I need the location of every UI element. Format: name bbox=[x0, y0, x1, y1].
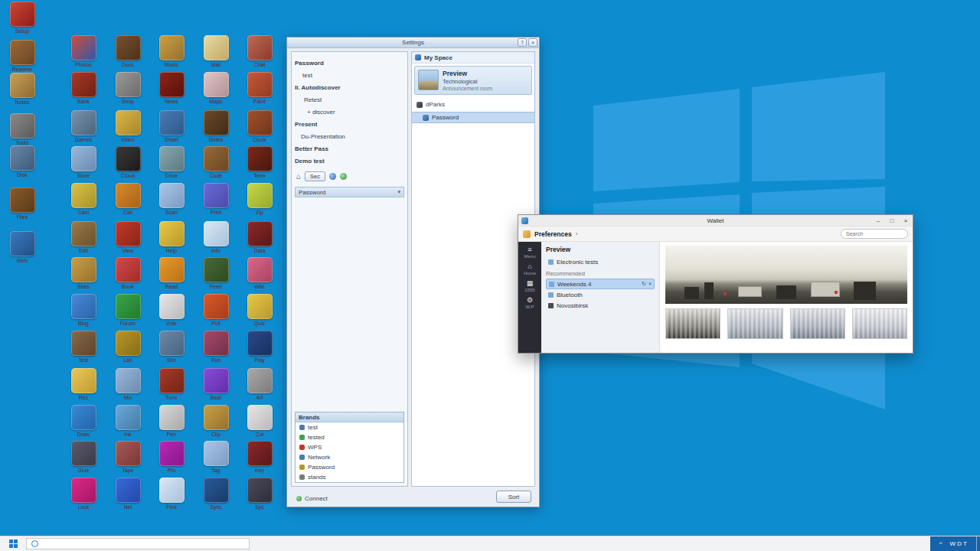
desktop-icon[interactable]: Drive bbox=[151, 146, 192, 179]
desktop-icon[interactable]: Run bbox=[195, 331, 237, 364]
desktop-icon[interactable]: Tools bbox=[2, 113, 43, 146]
taskbar-search-input[interactable] bbox=[42, 540, 244, 547]
start-button[interactable] bbox=[0, 536, 26, 551]
desktop-icon[interactable]: Sim bbox=[151, 331, 192, 364]
desktop-icon[interactable]: Read bbox=[151, 257, 192, 290]
desktop-icon[interactable]: Stats bbox=[63, 257, 104, 290]
photo-thumbnail[interactable] bbox=[727, 308, 782, 339]
dialog-option-line[interactable]: Better Pass bbox=[295, 144, 404, 156]
dialog-option-line[interactable]: Il. Autodiscover bbox=[295, 83, 404, 95]
desktop-icon[interactable]: Music bbox=[151, 35, 192, 68]
taskbar-search[interactable] bbox=[26, 538, 250, 549]
desktop-icon[interactable]: Setup bbox=[2, 2, 43, 34]
remove-icon[interactable]: × bbox=[648, 281, 652, 287]
desktop-icon[interactable]: Cloud bbox=[107, 146, 149, 179]
desktop-icon[interactable]: Clip bbox=[195, 405, 237, 438]
desktop-icon[interactable]: Bank bbox=[63, 72, 104, 105]
show-desktop-button[interactable] bbox=[976, 536, 980, 551]
desktop-icon[interactable]: Lock bbox=[63, 478, 104, 510]
desktop-icon[interactable]: View bbox=[107, 221, 149, 254]
nav-item-novosibirsk[interactable]: Novosibirsk bbox=[546, 300, 655, 311]
desktop-icon[interactable]: Draw bbox=[63, 405, 104, 438]
desktop-icon[interactable]: Forum bbox=[107, 294, 149, 327]
desktop-icon[interactable]: Shop bbox=[107, 72, 149, 105]
desktop-icon[interactable]: Video bbox=[107, 110, 149, 143]
desktop-icon[interactable]: Clock bbox=[239, 110, 280, 143]
tray-chevron-icon[interactable]: ^ bbox=[939, 540, 942, 547]
desktop-icon[interactable]: Find bbox=[151, 478, 192, 510]
close-button[interactable]: × bbox=[899, 215, 913, 226]
desktop-icon[interactable]: Net bbox=[107, 478, 149, 510]
photo-thumbnail[interactable] bbox=[790, 308, 845, 339]
group-list-item[interactable]: Network bbox=[296, 452, 403, 462]
desktop-icon[interactable]: Beat bbox=[195, 368, 237, 401]
sidebar-item-menu[interactable]: ≡Menu bbox=[518, 246, 541, 259]
desktop-icon[interactable]: Test bbox=[63, 331, 104, 364]
desktop-icon[interactable]: Sheet bbox=[151, 110, 192, 143]
selected-tree-item[interactable]: Password bbox=[412, 112, 534, 123]
photo-thumbnail[interactable] bbox=[665, 308, 720, 339]
desktop-icon[interactable]: Cam bbox=[63, 183, 104, 216]
desktop-icon[interactable]: Tape bbox=[107, 441, 149, 474]
dialog-option-line[interactable]: Demo test bbox=[295, 156, 404, 168]
desktop-icon[interactable]: Tag bbox=[195, 441, 237, 474]
desktop-icon[interactable]: Docs bbox=[107, 35, 149, 68]
sidebar-item-albums[interactable]: ▦1555 bbox=[518, 279, 541, 292]
sort-button[interactable]: Sort bbox=[496, 491, 531, 503]
desktop-icon[interactable]: Help bbox=[151, 221, 192, 254]
sec-button[interactable]: Sec bbox=[305, 171, 325, 181]
desktop-icon[interactable]: Poll bbox=[195, 294, 237, 327]
desktop-icon[interactable]: Readme bbox=[2, 40, 43, 73]
desktop-icon[interactable]: Pin bbox=[151, 441, 192, 474]
desktop-icon[interactable]: Book bbox=[107, 257, 149, 290]
desktop-icon[interactable]: Quiz bbox=[239, 294, 280, 327]
desktop-icon[interactable]: Games bbox=[63, 110, 104, 143]
desktop-icon[interactable]: Art bbox=[239, 368, 280, 401]
desktop-icon[interactable]: Zip bbox=[239, 183, 280, 216]
desktop-icon[interactable]: Sys bbox=[239, 478, 280, 510]
dialog-titlebar[interactable]: Settings ? × bbox=[287, 37, 539, 48]
sidebar-item-settings[interactable]: ⚙W.P bbox=[518, 296, 541, 309]
desktop-icon[interactable]: Notes bbox=[2, 73, 43, 106]
desktop-icon[interactable]: Scan bbox=[151, 183, 192, 216]
desktop-icon[interactable]: Key bbox=[239, 441, 280, 474]
group-list-item[interactable]: stands bbox=[296, 472, 403, 482]
group-list-item[interactable]: WPS bbox=[296, 442, 403, 452]
system-tray[interactable]: ^ W D T bbox=[930, 536, 976, 551]
desktop-icon[interactable]: Glue bbox=[63, 441, 104, 474]
desktop-icon[interactable]: Sync bbox=[195, 478, 237, 510]
desktop-icon[interactable]: Data bbox=[239, 221, 280, 254]
dialog-option-line[interactable]: Du-Presentation bbox=[295, 132, 404, 144]
desktop-icon[interactable]: Photos bbox=[63, 35, 104, 68]
dialog-option-line[interactable]: Present bbox=[295, 119, 404, 132]
desktop-icon[interactable]: Ink bbox=[107, 405, 149, 438]
preview-card[interactable]: Preview Technological Announcement room bbox=[414, 66, 532, 95]
desktop-icon[interactable]: Maps bbox=[195, 72, 237, 105]
tree-section-row[interactable]: dParks bbox=[412, 97, 534, 110]
explorer-titlebar[interactable]: Wallet – □ × bbox=[518, 215, 913, 227]
hero-photo[interactable] bbox=[665, 246, 907, 304]
desktop-icon[interactable]: Web bbox=[2, 231, 43, 264]
desktop-icon[interactable]: Call bbox=[107, 183, 149, 216]
desktop-icon[interactable]: Print bbox=[195, 183, 237, 216]
section-header-bar[interactable]: Password ▾ bbox=[295, 187, 404, 197]
desktop-icon[interactable]: Feed bbox=[195, 257, 237, 290]
desktop-icon[interactable]: News bbox=[151, 72, 192, 105]
nav-item-bluetooth[interactable]: Bluetooth bbox=[546, 289, 655, 300]
desktop-icon[interactable]: Code bbox=[195, 146, 237, 179]
desktop-icon[interactable]: Pen bbox=[151, 405, 192, 438]
group-list-item[interactable]: test bbox=[296, 422, 403, 432]
desktop-icon[interactable]: Mail bbox=[195, 35, 237, 68]
desktop-icon[interactable]: Chat bbox=[239, 35, 280, 68]
desktop-icon[interactable]: Cut bbox=[239, 405, 280, 438]
desktop-icon[interactable]: Vote bbox=[151, 294, 192, 327]
group-list-item[interactable]: Password bbox=[296, 462, 403, 472]
dialog-option-line[interactable]: Retest bbox=[295, 95, 404, 107]
search-input[interactable] bbox=[841, 229, 908, 239]
desktop-icon[interactable]: Lab bbox=[107, 331, 149, 364]
close-button[interactable]: × bbox=[528, 38, 537, 47]
desktop-icon[interactable]: Tune bbox=[151, 368, 192, 401]
sidebar-item-home[interactable]: ⌂Home bbox=[518, 262, 541, 276]
refresh-icon[interactable]: ↻ bbox=[642, 281, 646, 287]
home-icon[interactable]: ⌂ bbox=[296, 173, 301, 181]
